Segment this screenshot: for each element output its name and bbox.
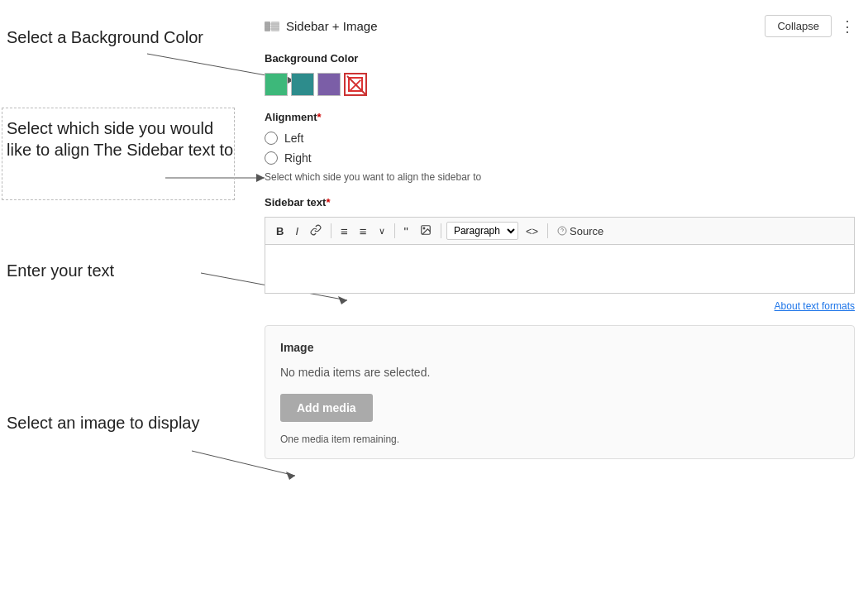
collapse-button[interactable]: Collapse (765, 15, 832, 37)
header-right: Collapse ⋮ (765, 15, 855, 37)
image-section: Image No media items are selected. Add m… (265, 325, 855, 459)
svg-line-13 (347, 76, 367, 96)
svg-marker-3 (256, 174, 265, 182)
header-title: Sidebar + Image (286, 19, 378, 33)
annotation-alignment: Select which side you would like to alig… (7, 117, 240, 160)
toolbar-link-button[interactable] (306, 223, 326, 240)
swatch-green[interactable] (265, 73, 288, 96)
sidebar-text-section: Sidebar text* B I ≡ ≡ ∨ " (265, 196, 855, 294)
toolbar-code-button[interactable]: <> (522, 223, 542, 239)
alignment-hint: Select which side you want to align the … (265, 171, 855, 183)
toolbar-sep-2 (394, 223, 395, 238)
color-swatches (265, 73, 855, 96)
annotation-enter-text: Enter your text (7, 260, 114, 281)
alignment-left-label: Left (284, 132, 303, 145)
sidebar-icon (265, 22, 279, 31)
header-left: Sidebar + Image (265, 19, 378, 33)
about-text-formats-link[interactable]: About text formats (265, 300, 855, 312)
toolbar-italic-button[interactable]: I (291, 223, 303, 239)
annotation-bg-color: Select a Background Color (7, 26, 203, 48)
alignment-right-option[interactable]: Right (265, 151, 855, 165)
toolbar-bold-button[interactable]: B (272, 223, 288, 239)
toolbar-source-button[interactable]: Source (553, 223, 608, 239)
annotation-select-image: Select an image to display (7, 412, 199, 434)
swatch-teal[interactable] (291, 73, 314, 96)
toolbar-image-button[interactable] (416, 223, 436, 240)
alignment-right-label: Right (284, 151, 312, 165)
header-bar: Sidebar + Image Collapse ⋮ (265, 15, 855, 37)
editor-body[interactable] (265, 244, 855, 294)
alignment-label: Alignment* (265, 111, 855, 123)
alignment-left-option[interactable]: Left (265, 132, 855, 145)
media-remaining: One media item remaining. (280, 434, 839, 445)
swatch-purple[interactable] (317, 73, 341, 96)
add-media-button[interactable]: Add media (280, 394, 373, 422)
alignment-right-radio[interactable] (265, 151, 278, 165)
toolbar-sep-3 (441, 223, 441, 238)
bg-color-label: Background Color (265, 52, 855, 65)
alignment-required: * (317, 111, 322, 123)
more-options-icon[interactable]: ⋮ (840, 17, 855, 36)
editor-toolbar: B I ≡ ≡ ∨ " Par (265, 217, 855, 244)
image-section-title: Image (280, 341, 839, 354)
svg-point-15 (423, 228, 425, 229)
no-media-text: No media items are selected. (280, 366, 839, 379)
alignment-left-radio[interactable] (265, 132, 278, 145)
toolbar-ol-chevron-button[interactable]: ∨ (374, 224, 389, 238)
sidebar-text-required: * (326, 196, 330, 208)
toolbar-ol-button[interactable]: ≡ (355, 223, 371, 240)
toolbar-sep-4 (547, 223, 548, 238)
toolbar-quote-button[interactable]: " (400, 223, 413, 240)
bg-color-section: Background Color (265, 52, 855, 96)
toolbar-paragraph-select[interactable]: Paragraph (446, 222, 518, 240)
swatch-none[interactable] (344, 73, 367, 96)
alignment-radio-group: Left Right (265, 132, 855, 165)
sidebar-text-label: Sidebar text* (265, 196, 855, 208)
toolbar-sep-1 (331, 223, 331, 238)
alignment-section: Alignment* Left Right Select which side … (265, 111, 855, 183)
toolbar-ul-button[interactable]: ≡ (336, 223, 352, 240)
